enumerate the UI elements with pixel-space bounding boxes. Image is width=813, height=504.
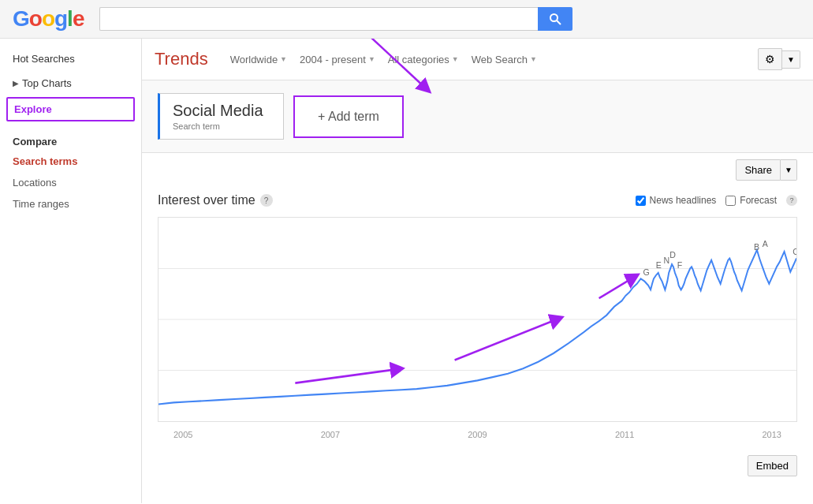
news-headlines-checkbox[interactable] xyxy=(636,196,646,206)
year-2013: 2013 xyxy=(763,430,781,439)
term-type: Search term xyxy=(173,121,270,131)
compare-locations-label: Locations xyxy=(13,177,57,189)
svg-text:B: B xyxy=(754,241,759,252)
settings-dropdown-button[interactable]: ▼ xyxy=(782,50,800,69)
svg-line-13 xyxy=(295,368,401,383)
interest-header: Interest over time ? News headlines Fore… xyxy=(158,193,797,207)
chevron-down-icon: ▼ xyxy=(280,55,287,63)
interest-title: Interest over time xyxy=(158,193,255,207)
chevron-down-icon: ▼ xyxy=(530,55,537,63)
svg-line-14 xyxy=(455,318,561,360)
chevron-icon: ▼ xyxy=(787,55,795,64)
sidebar-compare-search-terms[interactable]: Search terms xyxy=(0,151,141,172)
compare-time-ranges-label: Time ranges xyxy=(13,198,69,210)
svg-text:E: E xyxy=(656,260,662,271)
sidebar-item-hot-searches[interactable]: Hot Searches xyxy=(0,47,141,71)
embed-button[interactable]: Embed xyxy=(748,455,797,476)
year-2011: 2011 xyxy=(615,430,634,439)
explore-label: Explore xyxy=(14,103,52,115)
year-2009: 2009 xyxy=(468,430,487,439)
worldwide-filter[interactable]: Worldwide ▼ xyxy=(224,50,293,69)
svg-text:A: A xyxy=(763,238,769,248)
search-term-box: Social Media Search term xyxy=(158,93,284,140)
forecast-checkbox-label[interactable]: Forecast xyxy=(725,195,777,206)
sidebar-compare-time-ranges[interactable]: Time ranges xyxy=(0,193,141,215)
svg-line-15 xyxy=(599,275,637,298)
layout: Hot Searches ▶ Top Charts Explore Compar… xyxy=(0,39,813,503)
search-term-area: Social Media Search term + Add term xyxy=(142,80,813,153)
chevron-down-icon: ▼ xyxy=(452,55,459,63)
forecast-checkbox[interactable] xyxy=(725,196,736,206)
main-content: Trends Worldwide ▼ 2004 - present ▼ All … xyxy=(142,39,813,503)
embed-area: Embed xyxy=(142,452,813,480)
trends-title: Trends xyxy=(155,49,208,69)
news-headlines-checkbox-label[interactable]: News headlines xyxy=(636,195,717,206)
share-button[interactable]: Share xyxy=(736,159,781,181)
compare-search-terms-label: Search terms xyxy=(13,155,77,167)
search-button[interactable] xyxy=(538,7,572,31)
year-2005: 2005 xyxy=(173,430,192,439)
date-range-filter[interactable]: 2004 - present ▼ xyxy=(293,50,382,69)
categories-label: All categories xyxy=(388,54,449,65)
svg-line-1 xyxy=(557,21,561,24)
chevron-down-icon: ▼ xyxy=(785,166,792,174)
svg-point-0 xyxy=(550,14,558,21)
interest-controls: News headlines Forecast ? xyxy=(636,195,797,206)
interest-help-icon[interactable]: ? xyxy=(260,194,273,207)
chart-svg: G E N D F B A C xyxy=(158,218,796,421)
svg-text:D: D xyxy=(669,249,676,259)
search-icon xyxy=(549,13,561,25)
sidebar-item-explore[interactable]: Explore xyxy=(6,97,135,121)
term-name: Social Media xyxy=(173,102,270,120)
date-range-label: 2004 - present xyxy=(300,54,366,65)
svg-text:C: C xyxy=(792,247,796,257)
chart-area: G E N D F B A C xyxy=(158,217,797,422)
sidebar: Hot Searches ▶ Top Charts Explore Compar… xyxy=(0,39,142,503)
trends-bar: Trends Worldwide ▼ 2004 - present ▼ All … xyxy=(142,39,813,80)
sidebar-compare-locations[interactable]: Locations xyxy=(0,172,141,193)
interest-section: Interest over time ? News headlines Fore… xyxy=(142,181,813,452)
svg-text:N: N xyxy=(663,256,669,266)
search-type-label: Web Search xyxy=(472,54,528,65)
chevron-down-icon: ▼ xyxy=(368,55,375,63)
search-bar xyxy=(99,7,572,31)
gear-icon: ⚙ xyxy=(765,53,775,65)
year-labels: 2005 2007 2009 2011 2013 xyxy=(158,430,797,439)
compare-label: Compare xyxy=(0,123,141,151)
top-charts-label: Top Charts xyxy=(22,77,72,89)
settings-button[interactable]: ⚙ xyxy=(758,48,782,70)
worldwide-label: Worldwide xyxy=(230,54,278,65)
year-2007: 2007 xyxy=(321,430,340,439)
add-term-button[interactable]: + Add term xyxy=(293,95,404,138)
sidebar-item-top-charts[interactable]: ▶ Top Charts xyxy=(0,71,141,95)
search-input[interactable] xyxy=(99,7,538,31)
google-logo: Google xyxy=(13,6,84,32)
share-dropdown-button[interactable]: ▼ xyxy=(781,159,797,181)
svg-text:G: G xyxy=(643,267,649,278)
hot-searches-label: Hot Searches xyxy=(13,53,75,65)
categories-filter[interactable]: All categories ▼ xyxy=(382,50,465,69)
forecast-label: Forecast xyxy=(740,195,777,206)
triangle-icon: ▶ xyxy=(13,79,19,88)
forecast-help-icon[interactable]: ? xyxy=(786,195,797,206)
svg-text:F: F xyxy=(677,260,683,271)
share-area: Share ▼ xyxy=(142,153,813,181)
search-type-filter[interactable]: Web Search ▼ xyxy=(465,50,543,69)
header: Google xyxy=(0,0,813,39)
news-headlines-label: News headlines xyxy=(650,195,717,206)
